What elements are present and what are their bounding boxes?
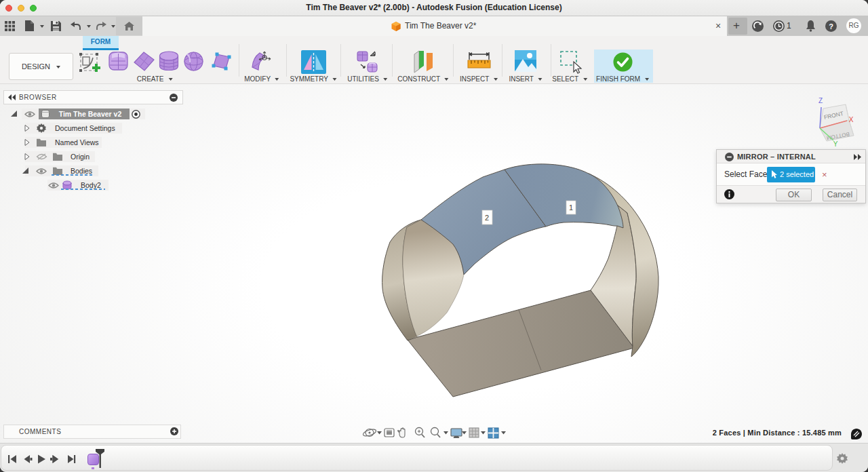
svg-text:X: X bbox=[849, 116, 854, 123]
svg-text:Y: Y bbox=[833, 140, 838, 148]
svg-text:2: 2 bbox=[485, 214, 489, 222]
svg-text:1: 1 bbox=[569, 203, 573, 212]
svg-text:Z: Z bbox=[818, 97, 823, 104]
svg-text:?: ? bbox=[829, 22, 833, 31]
